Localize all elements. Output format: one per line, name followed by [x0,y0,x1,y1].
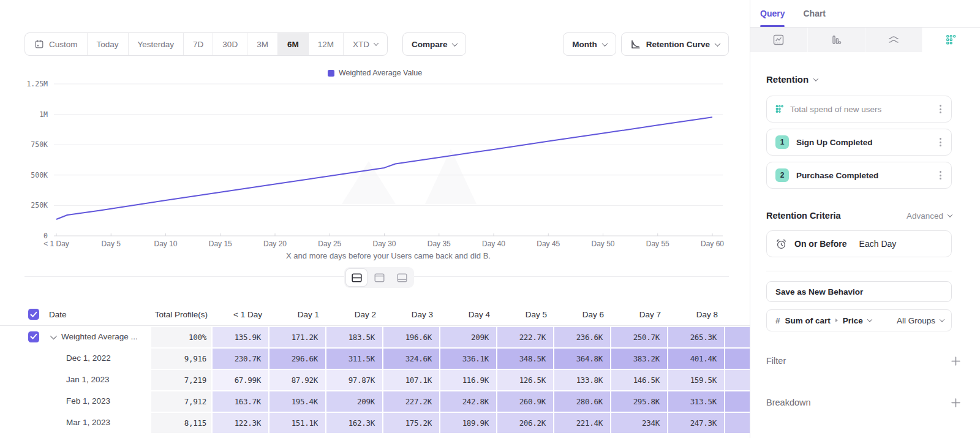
retention-value-cell: 135.9K [211,326,268,347]
toolbar-right-buttons: Month Retention Curve [563,32,729,56]
retention-value-cell: 311.5K [325,347,382,369]
criteria-unit: Each Day [859,239,897,249]
row-checkbox[interactable] [28,331,39,342]
range-6m[interactable]: 6M [278,33,309,55]
clipped-value-cell [724,390,750,412]
column-header-day: Day 3 [382,310,439,319]
row-label[interactable]: Jan 1, 2023 [49,369,150,390]
criteria-mode-dropdown[interactable]: Advanced [907,211,952,221]
retention-value-cell: 250.7K [610,326,667,347]
panel-tabs: Query Chart [750,0,980,28]
range-12m[interactable]: 12M [309,33,344,55]
chart-type-dropdown[interactable]: Retention Curve [621,32,729,56]
row-checkbox-cell [0,347,49,369]
chevron-down-icon [813,76,818,81]
add-breakdown-button[interactable] [951,398,960,407]
range-3m[interactable]: 3M [247,33,278,55]
retention-value-cell: 247.3K [667,412,724,433]
retention-value-cell: 348.5K [496,347,553,369]
range-yesterday[interactable]: Yesterday [129,33,184,55]
filter-label: Filter [766,356,786,366]
report-section-dropdown[interactable]: Retention [766,74,980,85]
column-header-day: < 1 Day [211,310,268,319]
retention-value-cell: 324.6K [382,347,439,369]
chevron-down-icon [715,40,721,47]
split-view-button[interactable] [346,269,367,286]
svg-text:500K: 500K [31,171,48,179]
retention-value-cell: 280.6K [553,390,610,412]
retention-value-cell: 195.4K [268,390,325,412]
compare-button[interactable]: Compare [402,32,467,56]
expand-chevron-icon[interactable] [50,332,57,339]
total-profiles-cell: 9,916 [150,347,211,369]
column-header-day: Day 5 [496,310,553,319]
tab-insights[interactable] [750,28,808,52]
total-profiles-cell: 100% [150,326,211,347]
retention-criteria-row: Retention Criteria Advanced [766,211,952,221]
behavior-kebab-menu[interactable] [936,101,945,117]
table-body: Weighted Average ...100%135.9K171.2K183.… [0,326,750,433]
tab-chart[interactable]: Chart [803,0,826,27]
total-profiles-cell: 8,115 [150,412,211,433]
retention-value-cell: 171.2K [268,326,325,347]
date-range-segmented-control: CustomTodayYesterday7D30D3M6M12MXTD [24,32,388,56]
svg-text:Day 55: Day 55 [646,240,669,248]
granularity-dropdown[interactable]: Month [563,32,616,56]
retention-value-cell: 175.2K [382,412,439,433]
retention-value-cell: 159.5K [667,369,724,390]
tab-flows[interactable] [865,28,923,52]
range-custom[interactable]: Custom [25,33,88,55]
chart-only-view-button[interactable] [369,269,390,286]
retention-value-cell: 67.99K [211,369,268,390]
range-30d[interactable]: 30D [213,33,247,55]
svg-text:Day 40: Day 40 [482,240,505,248]
retention-value-cell: 236.6K [553,326,610,347]
row-label[interactable]: Mar 1, 2023 [49,412,150,433]
group-selector-dropdown[interactable]: All Groups [897,316,944,325]
measure-property-dropdown[interactable]: Sum of cart Price [785,316,872,325]
step-card-2[interactable]: 2 Purchase Completed [766,162,952,189]
chevron-down-icon [940,317,944,322]
step-event-name: Purchase Completed [796,171,878,180]
select-all-checkbox[interactable] [28,309,39,320]
row-checkbox-cell [0,326,49,347]
retention-value-cell: 163.7K [211,390,268,412]
add-filter-button[interactable] [951,357,960,366]
table-only-view-button[interactable] [391,269,412,286]
row-label[interactable]: Feb 1, 2023 [49,390,150,412]
criteria-condition-card[interactable]: On or Before Each Day [766,230,952,257]
step-number-badge: 2 [775,168,789,182]
calendar-icon [34,39,44,49]
tab-retention[interactable] [922,28,980,52]
svg-text:Day 5: Day 5 [102,240,121,248]
total-profiles-cell: 7,912 [150,390,211,412]
retention-value-cell: 401.4K [667,347,724,369]
range-7d[interactable]: 7D [184,33,213,55]
tab-funnels[interactable] [808,28,865,52]
row-label[interactable]: Weighted Average ... [49,326,150,347]
tab-query[interactable]: Query [760,0,785,27]
save-as-new-behavior-button[interactable]: Save as New Behavior [766,281,952,302]
clipped-value-cell [724,347,750,369]
retention-value-cell: 242.8K [439,390,496,412]
svg-text:750K: 750K [31,140,48,149]
range-xtd[interactable]: XTD [344,33,387,55]
numeric-property-icon: # [775,316,780,325]
alarm-clock-icon [775,238,787,250]
step-card-1[interactable]: 1 Sign Up Completed [766,129,952,156]
app-root: CustomTodayYesterday7D30D3M6M12MXTD Comp… [0,0,980,438]
step-kebab-menu[interactable] [936,134,945,150]
svg-text:Day 45: Day 45 [537,240,560,248]
row-label[interactable]: Dec 1, 2022 [49,347,150,369]
retention-value-cell: 151.1K [268,412,325,433]
retention-mini-icon [775,105,784,113]
retention-value-cell: 296.6K [268,347,325,369]
chevron-down-icon [452,40,458,47]
behavior-card[interactable]: Total spend of new users [766,96,952,123]
step-kebab-menu[interactable] [936,167,945,183]
retention-value-cell: 189.9K [439,412,496,433]
retention-value-cell: 313.5K [667,390,724,412]
chevron-down-icon [601,40,608,47]
range-today[interactable]: Today [88,33,129,55]
svg-text:250K: 250K [31,201,48,210]
